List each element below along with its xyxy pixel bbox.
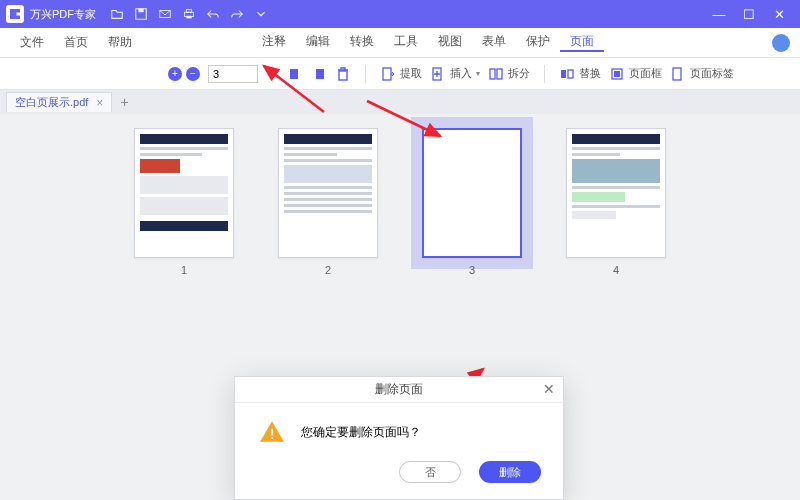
- tab-close-icon[interactable]: ×: [96, 96, 103, 110]
- menu-convert[interactable]: 转换: [340, 33, 384, 50]
- undo-icon[interactable]: [206, 7, 220, 21]
- svg-rect-11: [490, 69, 495, 79]
- dropdown-icon[interactable]: [254, 7, 268, 21]
- page-number-input[interactable]: 3: [208, 65, 258, 83]
- page-number: 2: [325, 264, 331, 276]
- svg-rect-6: [290, 69, 298, 79]
- page-thumbnails-area: 1 2 3 4 删除页面 ✕ 您确定要删除页面吗？ 否: [0, 114, 800, 500]
- svg-rect-1: [138, 9, 143, 13]
- svg-rect-9: [383, 68, 391, 80]
- page-number: 4: [613, 264, 619, 276]
- toolbar: + − 3 提取 插入▾ 拆分 替换 页面框 页面标签: [0, 58, 800, 90]
- svg-rect-5: [186, 16, 191, 19]
- page-number: 1: [181, 264, 187, 276]
- document-tab-bar: 空白页展示.pdf × +: [0, 90, 800, 114]
- menu-bar: 文件 首页 帮助 注释 编辑 转换 工具 视图 表单 保护 页面: [0, 28, 800, 58]
- svg-rect-17: [673, 68, 681, 80]
- dialog-close-icon[interactable]: ✕: [543, 381, 555, 397]
- app-logo: [6, 5, 24, 23]
- svg-rect-12: [497, 69, 502, 79]
- delete-page-icon[interactable]: [335, 66, 351, 82]
- svg-rect-22: [271, 437, 273, 439]
- rotate-left-icon[interactable]: [287, 66, 303, 82]
- save-icon[interactable]: [134, 7, 148, 21]
- pagebox-button[interactable]: 页面框: [609, 66, 662, 82]
- open-icon[interactable]: [110, 7, 124, 21]
- mail-icon[interactable]: [158, 7, 172, 21]
- maximize-button[interactable]: ☐: [734, 7, 764, 22]
- page-thumb-3[interactable]: 3: [422, 128, 522, 276]
- page-thumb-4[interactable]: 4: [566, 128, 666, 276]
- delete-page-dialog: 删除页面 ✕ 您确定要删除页面吗？ 否 删除: [234, 376, 564, 500]
- menu-help[interactable]: 帮助: [98, 34, 142, 51]
- zoom-out-button[interactable]: −: [186, 67, 200, 81]
- menu-view[interactable]: 视图: [428, 33, 472, 50]
- menu-file[interactable]: 文件: [10, 34, 54, 51]
- title-bar: 万兴PDF专家 — ☐ ✕: [0, 0, 800, 28]
- replace-button[interactable]: 替换: [559, 66, 601, 82]
- document-tab[interactable]: 空白页展示.pdf ×: [6, 92, 112, 112]
- quick-access-toolbar: [110, 7, 268, 21]
- redo-icon[interactable]: [230, 7, 244, 21]
- page-thumb-1[interactable]: 1: [134, 128, 234, 276]
- window-controls: — ☐ ✕: [704, 7, 794, 22]
- minimize-button[interactable]: —: [704, 7, 734, 22]
- dialog-delete-button[interactable]: 删除: [479, 461, 541, 483]
- menu-home[interactable]: 首页: [54, 34, 98, 51]
- close-button[interactable]: ✕: [764, 7, 794, 22]
- tab-title: 空白页展示.pdf: [15, 95, 88, 110]
- svg-rect-4: [186, 10, 191, 13]
- extract-button[interactable]: 提取: [380, 66, 422, 82]
- zoom-in-button[interactable]: +: [168, 67, 182, 81]
- menu-tools[interactable]: 工具: [384, 33, 428, 50]
- page-thumb-2[interactable]: 2: [278, 128, 378, 276]
- dialog-title-bar: 删除页面 ✕: [235, 377, 563, 403]
- dialog-no-button[interactable]: 否: [399, 461, 461, 483]
- svg-rect-16: [614, 71, 620, 77]
- print-icon[interactable]: [182, 7, 196, 21]
- dialog-message: 您确定要删除页面吗？: [301, 424, 421, 441]
- menu-form[interactable]: 表单: [472, 33, 516, 50]
- pagelabel-button[interactable]: 页面标签: [670, 66, 734, 82]
- svg-rect-7: [316, 69, 324, 79]
- insert-button[interactable]: 插入▾: [430, 66, 480, 82]
- user-avatar[interactable]: [772, 34, 790, 52]
- add-tab-button[interactable]: +: [120, 94, 128, 110]
- page-number: 3: [469, 264, 475, 276]
- warning-icon: [259, 419, 285, 445]
- menu-edit[interactable]: 编辑: [296, 33, 340, 50]
- dialog-title: 删除页面: [375, 381, 423, 398]
- svg-rect-8: [339, 71, 347, 80]
- menu-page[interactable]: 页面: [560, 33, 604, 52]
- menu-comment[interactable]: 注释: [252, 33, 296, 50]
- svg-rect-21: [271, 429, 273, 436]
- app-title: 万兴PDF专家: [30, 7, 96, 22]
- menu-protect[interactable]: 保护: [516, 33, 560, 50]
- rotate-right-icon[interactable]: [311, 66, 327, 82]
- svg-rect-13: [561, 70, 566, 78]
- svg-rect-14: [568, 70, 573, 78]
- split-button[interactable]: 拆分: [488, 66, 530, 82]
